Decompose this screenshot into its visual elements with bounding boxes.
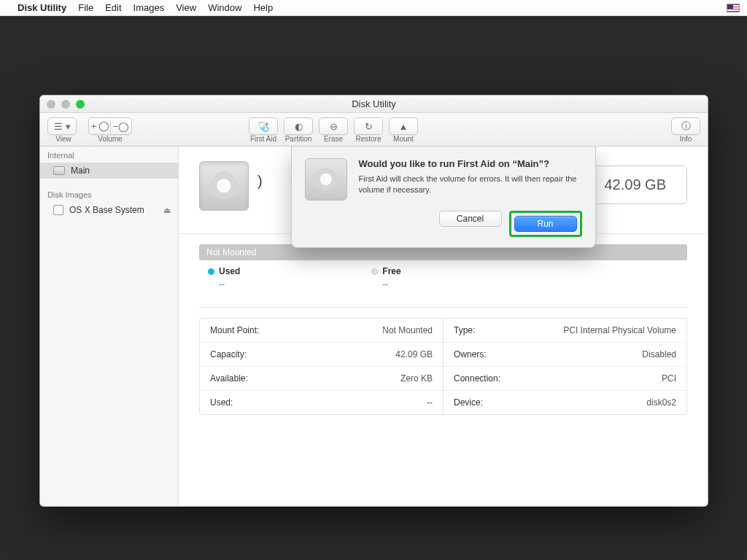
info-row-connection: Connection:PCI bbox=[444, 367, 686, 391]
info-row-available: Available:Zero KB bbox=[200, 367, 443, 391]
main-content: ) 42.09 GB Not Mounted Used -- Free -- M… bbox=[179, 147, 708, 506]
cancel-button[interactable]: Cancel bbox=[439, 211, 502, 227]
disk-image-icon bbox=[53, 205, 63, 215]
toolbar-first-aid-label: First Aid bbox=[250, 135, 276, 143]
sidebar-item-osx-base[interactable]: OS X Base System ⏏ bbox=[40, 202, 178, 218]
run-button[interactable]: Run bbox=[514, 216, 577, 232]
window-zoom-button[interactable] bbox=[76, 100, 85, 109]
restore-icon: ↻ bbox=[365, 121, 373, 132]
sidebar-item-main[interactable]: Main bbox=[40, 163, 178, 179]
sidebar-section-disk-images: Disk Images bbox=[40, 186, 178, 202]
run-button-highlight: Run bbox=[509, 211, 582, 237]
first-aid-icon: 🩺 bbox=[258, 121, 269, 132]
info-key: Used: bbox=[210, 397, 233, 408]
info-key: Type: bbox=[454, 325, 475, 335]
legend-free-dot-icon bbox=[371, 268, 378, 275]
info-value: -- bbox=[427, 397, 433, 408]
legend-free-label: Free bbox=[382, 266, 400, 276]
info-value: PCI bbox=[662, 373, 676, 384]
menu-view[interactable]: View bbox=[176, 2, 196, 13]
volume-hdd-icon bbox=[199, 161, 249, 211]
info-icon: ⓘ bbox=[681, 120, 691, 133]
window-minimize-button[interactable] bbox=[61, 100, 70, 109]
toolbar-view-label: View bbox=[55, 135, 71, 143]
info-row-device: Device:disk0s2 bbox=[444, 391, 686, 414]
toolbar-volume-segment[interactable]: ＋◯ −◯ bbox=[88, 117, 132, 135]
toolbar-first-aid-button[interactable]: 🩺 bbox=[249, 117, 278, 135]
window-traffic-lights bbox=[47, 100, 85, 109]
dialog-hdd-icon bbox=[305, 158, 347, 201]
input-source-flag-icon[interactable] bbox=[727, 4, 740, 12]
menubar-app-name[interactable]: Disk Utility bbox=[18, 2, 66, 13]
window-close-button[interactable] bbox=[47, 100, 55, 109]
chevron-down-icon: ▾ bbox=[66, 121, 71, 132]
mount-icon: ▲ bbox=[399, 121, 409, 132]
info-key: Mount Point: bbox=[210, 325, 259, 335]
disk-utility-window: Disk Utility ☰▾ View ＋◯ −◯ Volume 🩺First… bbox=[39, 95, 708, 507]
dialog-title: Would you like to run First Aid on “Main… bbox=[359, 158, 582, 169]
internal-disk-icon bbox=[53, 166, 65, 175]
toolbar-erase-label: Erase bbox=[324, 135, 343, 143]
info-key: Available: bbox=[210, 373, 248, 384]
info-key: Device: bbox=[454, 397, 483, 408]
toolbar-restore-label: Restore bbox=[355, 135, 381, 143]
menu-file[interactable]: File bbox=[78, 2, 93, 13]
usage-legend: Used -- Free -- bbox=[208, 266, 678, 289]
toolbar-volume-label: Volume bbox=[98, 135, 122, 143]
info-row-mount-point: Mount Point:Not Mounted bbox=[200, 319, 443, 343]
info-key: Owners: bbox=[454, 349, 487, 359]
window-title: Disk Utility bbox=[352, 98, 396, 109]
sidebar: Internal Main Disk Images OS X Base Syst… bbox=[40, 147, 179, 506]
erase-icon: ⊖ bbox=[330, 121, 338, 132]
info-value: PCI Internal Physical Volume bbox=[563, 325, 676, 335]
info-key: Capacity: bbox=[210, 349, 247, 359]
window-titlebar: Disk Utility bbox=[40, 96, 708, 113]
volume-subtitle-fragment: ) bbox=[258, 173, 263, 190]
sidebar-icon: ☰ bbox=[54, 121, 63, 132]
toolbar-partition-button[interactable]: ◐ bbox=[284, 117, 313, 135]
info-row-type: Type:PCI Internal Physical Volume bbox=[444, 319, 686, 343]
info-value: 42.09 GB bbox=[395, 349, 433, 359]
info-row-used: Used:-- bbox=[200, 391, 443, 414]
sidebar-item-label: Main bbox=[71, 166, 90, 176]
info-key: Connection: bbox=[454, 373, 500, 384]
legend-used-label: Used bbox=[219, 266, 240, 276]
dialog-body: First Aid will check the volume for erro… bbox=[359, 174, 582, 195]
menu-images[interactable]: Images bbox=[133, 2, 165, 13]
info-col-right: Type:PCI Internal Physical Volume Owners… bbox=[444, 319, 686, 414]
volume-remove-icon: −◯ bbox=[112, 121, 129, 132]
toolbar-restore-button[interactable]: ↻ bbox=[354, 117, 383, 135]
macos-menubar: Disk Utility File Edit Images View Windo… bbox=[0, 0, 747, 16]
toolbar: ☰▾ View ＋◯ −◯ Volume 🩺First Aid ◐Partiti… bbox=[40, 113, 708, 147]
sidebar-item-label: OS X Base System bbox=[69, 205, 144, 215]
legend-free-value: -- bbox=[382, 279, 400, 289]
toolbar-mount-label: Mount bbox=[393, 135, 414, 143]
info-value: disk0s2 bbox=[646, 397, 676, 408]
info-row-capacity: Capacity:42.09 GB bbox=[200, 343, 443, 367]
toolbar-info-button[interactable]: ⓘ bbox=[671, 117, 700, 135]
volume-add-icon: ＋◯ bbox=[89, 120, 109, 133]
legend-used-dot-icon bbox=[208, 268, 214, 275]
toolbar-view-button[interactable]: ☰▾ bbox=[47, 117, 77, 135]
volume-size-box: 42.09 GB bbox=[583, 166, 687, 204]
toolbar-partition-label: Partition bbox=[285, 135, 312, 143]
menu-window[interactable]: Window bbox=[208, 2, 241, 13]
info-col-left: Mount Point:Not Mounted Capacity:42.09 G… bbox=[200, 319, 444, 414]
legend-free: Free -- bbox=[371, 266, 400, 289]
legend-used: Used -- bbox=[208, 266, 240, 289]
legend-used-value: -- bbox=[219, 279, 240, 289]
first-aid-confirm-dialog: Would you like to run First Aid on “Main… bbox=[291, 147, 596, 248]
volume-info-table: Mount Point:Not Mounted Capacity:42.09 G… bbox=[199, 318, 687, 415]
menu-help[interactable]: Help bbox=[253, 2, 273, 13]
info-row-owners: Owners:Disabled bbox=[444, 343, 686, 367]
info-value: Disabled bbox=[642, 349, 676, 359]
toolbar-erase-button[interactable]: ⊖ bbox=[319, 117, 348, 135]
info-value: Zero KB bbox=[400, 373, 433, 384]
eject-icon[interactable]: ⏏ bbox=[163, 206, 171, 215]
info-value: Not Mounted bbox=[382, 325, 433, 335]
toolbar-mount-button[interactable]: ▲ bbox=[389, 117, 418, 135]
partition-icon: ◐ bbox=[295, 121, 303, 132]
sidebar-section-internal: Internal bbox=[40, 147, 178, 163]
menu-edit[interactable]: Edit bbox=[105, 2, 121, 13]
toolbar-info-label: Info bbox=[680, 135, 692, 143]
